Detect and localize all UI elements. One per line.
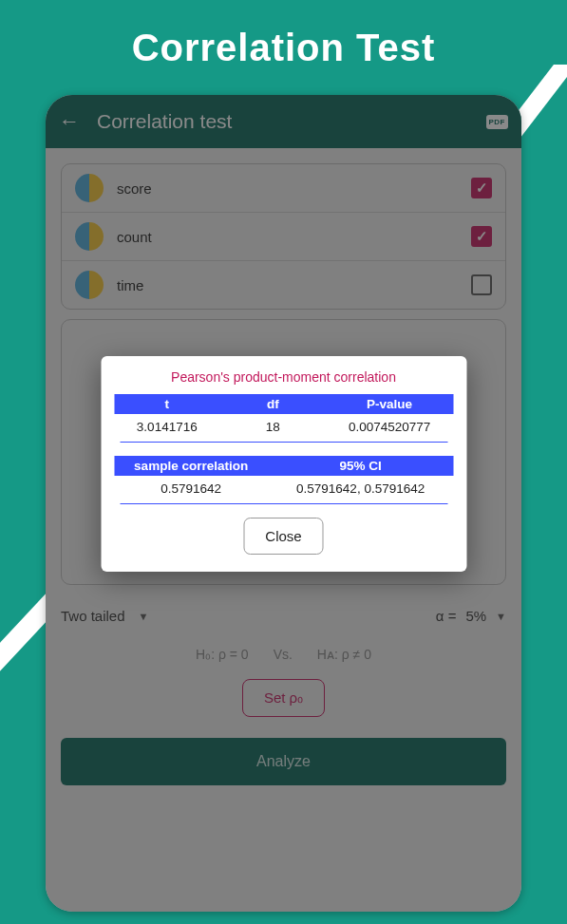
col-df: df: [220, 397, 327, 411]
modal-title: Pearson's product-moment correlation: [114, 369, 453, 394]
divider: [120, 442, 447, 443]
val-t: 3.0141716: [114, 420, 220, 434]
col-pvalue: P-value: [326, 397, 453, 411]
close-button[interactable]: Close: [243, 518, 323, 555]
val-ci: 0.5791642, 0.5791642: [268, 481, 453, 496]
promo-title: Correlation Test: [0, 0, 567, 92]
col-t: t: [114, 397, 220, 411]
results-modal: Pearson's product-moment correlation t d…: [101, 356, 466, 572]
table-row: 0.5791642 0.5791642, 0.5791642: [114, 476, 453, 501]
col-sample-corr: sample correlation: [114, 459, 268, 473]
table-header: sample correlation 95% CI: [114, 456, 453, 476]
val-sample-corr: 0.5791642: [114, 481, 268, 496]
val-df: 18: [220, 420, 327, 434]
val-pvalue: 0.0074520777: [326, 420, 453, 434]
divider: [120, 503, 447, 504]
table-header: t df P-value: [114, 394, 453, 414]
col-ci: 95% CI: [268, 459, 453, 473]
table-row: 3.0141716 18 0.0074520777: [114, 414, 453, 440]
